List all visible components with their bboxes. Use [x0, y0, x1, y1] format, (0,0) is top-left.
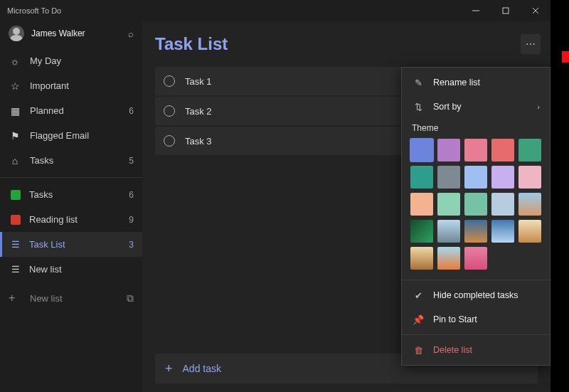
list-color-icon: [11, 190, 21, 200]
theme-swatch[interactable]: [464, 166, 487, 189]
user-name: James Walker: [31, 28, 128, 38]
nav-flagged[interactable]: ⚑Flagged Email: [0, 123, 142, 148]
more-options-button[interactable]: ⋯: [521, 34, 541, 54]
list-newlist[interactable]: ☰New list: [0, 257, 142, 282]
list-tasklist[interactable]: ☰Task List3: [0, 232, 142, 257]
theme-swatch[interactable]: [491, 166, 514, 189]
new-group-icon[interactable]: ⧉: [127, 292, 134, 304]
pin-icon: 📌: [412, 314, 425, 325]
sidebar: James Walker ⌕ ☼My Day ☆Important ▦Plann…: [0, 21, 142, 392]
star-icon: ☆: [9, 80, 21, 92]
theme-swatch[interactable]: [437, 193, 460, 216]
avatar: [9, 26, 24, 41]
theme-label: Theme: [402, 119, 550, 136]
theme-swatch[interactable]: [437, 247, 460, 270]
plus-icon: +: [165, 361, 173, 376]
titlebar: Microsoft To Do: [0, 0, 551, 21]
search-icon[interactable]: ⌕: [128, 28, 134, 39]
smart-lists: ☼My Day ☆Important ▦Planned6 ⚑Flagged Em…: [0, 48, 142, 173]
menu-rename[interactable]: ✎Rename list: [402, 70, 550, 95]
theme-swatch[interactable]: [519, 193, 541, 216]
theme-swatch[interactable]: [491, 139, 514, 161]
list-tasks[interactable]: Tasks6: [0, 182, 142, 207]
list-icon: ☰: [11, 239, 21, 250]
svg-rect-1: [503, 8, 509, 14]
window-controls: [461, 0, 551, 21]
theme-swatch[interactable]: [437, 220, 460, 243]
profile-row[interactable]: James Walker ⌕: [0, 21, 142, 48]
theme-swatch[interactable]: [464, 247, 487, 270]
menu-sort[interactable]: ⇅Sort by›: [402, 95, 550, 119]
maximize-button[interactable]: [491, 0, 521, 21]
theme-swatch[interactable]: [519, 166, 541, 189]
calendar-icon: ▦: [9, 105, 21, 117]
theme-swatch[interactable]: [491, 193, 514, 216]
task-checkbox[interactable]: [164, 105, 175, 117]
theme-swatch[interactable]: [519, 220, 541, 243]
nav-planned[interactable]: ▦Planned6: [0, 98, 142, 123]
list-title: Task List: [155, 34, 521, 54]
theme-swatch[interactable]: [410, 193, 433, 216]
chevron-right-icon: ›: [537, 102, 540, 111]
annotation-arrow: [562, 46, 569, 68]
list-color-icon: [11, 215, 21, 225]
trash-icon: 🗑: [412, 345, 425, 356]
theme-swatches: [402, 136, 550, 277]
main-pane: Task List ⋯ Task 1 Task 2 Task 3 + Add t…: [142, 21, 551, 392]
new-list-button[interactable]: + New list ⧉: [0, 285, 142, 312]
pencil-icon: ✎: [412, 78, 425, 88]
theme-swatch[interactable]: [410, 220, 433, 243]
theme-swatch[interactable]: [464, 220, 487, 243]
plus-icon: +: [9, 292, 21, 304]
theme-swatch[interactable]: [410, 247, 433, 270]
menu-divider: [402, 280, 550, 280]
list-reading[interactable]: Reading list9: [0, 207, 142, 232]
theme-swatch[interactable]: [491, 220, 514, 243]
theme-swatch[interactable]: [519, 139, 541, 161]
check-circle-icon: ✔: [412, 290, 425, 301]
sidebar-divider: [0, 177, 142, 178]
theme-swatch[interactable]: [464, 193, 487, 216]
list-options-menu: ✎Rename list ⇅Sort by› Theme ✔Hide compl…: [401, 67, 551, 366]
menu-hide-completed[interactable]: ✔Hide completed tasks: [402, 283, 550, 307]
theme-swatch[interactable]: [410, 166, 433, 189]
nav-important[interactable]: ☆Important: [0, 73, 142, 98]
nav-my-day[interactable]: ☼My Day: [0, 48, 142, 73]
custom-lists: Tasks6 Reading list9 ☰Task List3 ☰New li…: [0, 182, 142, 282]
theme-swatch[interactable]: [410, 139, 433, 161]
list-header: Task List ⋯: [155, 21, 538, 67]
menu-delete[interactable]: 🗑Delete list: [402, 338, 550, 362]
close-button[interactable]: [521, 0, 551, 21]
menu-divider: [402, 334, 550, 335]
sort-icon: ⇅: [412, 102, 425, 112]
app-window: Microsoft To Do James Walker ⌕ ☼My Day ☆…: [0, 0, 551, 392]
app-title: Microsoft To Do: [7, 6, 61, 15]
task-checkbox[interactable]: [164, 135, 175, 147]
flag-icon: ⚑: [9, 130, 21, 142]
nav-tasks[interactable]: ⌂Tasks5: [0, 148, 142, 173]
task-checkbox[interactable]: [164, 75, 175, 87]
menu-pin[interactable]: 📌Pin to Start: [402, 307, 550, 332]
sun-icon: ☼: [9, 55, 21, 67]
theme-swatch[interactable]: [437, 139, 460, 161]
home-icon: ⌂: [9, 155, 21, 166]
minimize-button[interactable]: [461, 0, 491, 21]
theme-swatch[interactable]: [437, 166, 460, 189]
list-icon: ☰: [11, 264, 21, 275]
theme-swatch[interactable]: [464, 139, 487, 161]
